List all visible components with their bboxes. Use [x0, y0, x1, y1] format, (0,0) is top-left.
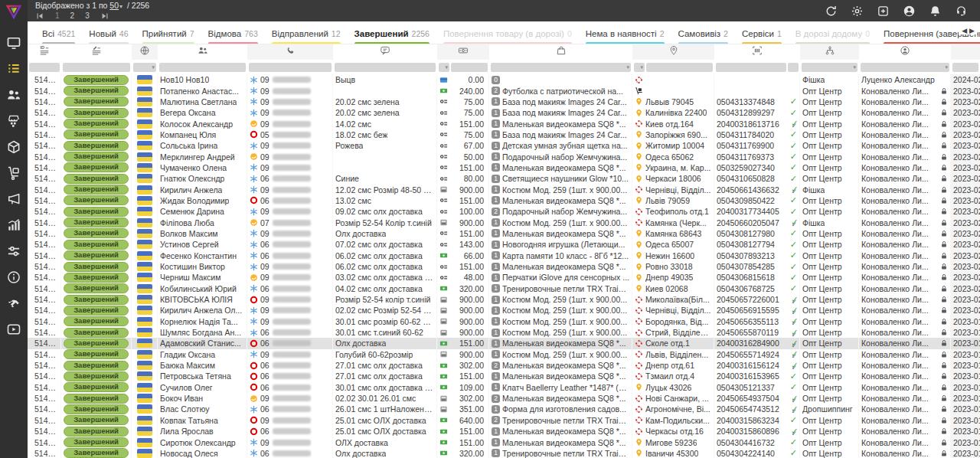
column-header-country[interactable]: [132, 44, 158, 60]
filter-input[interactable]: [451, 63, 488, 72]
refresh-icon[interactable]: [825, 5, 838, 18]
column-header-source[interactable]: [800, 44, 859, 60]
filter-dropdown[interactable]: [439, 63, 449, 72]
order-row-514570[interactable]: 514570ЗавершенийКорнелюк Надія Та...0930…: [28, 316, 980, 327]
settings-gear-icon[interactable]: [851, 5, 864, 18]
order-row-514590[interactable]: 514590ЗавершенийГнатюк Олексндр06Синие80…: [28, 173, 980, 184]
filter-input[interactable]: [952, 63, 978, 72]
filter-dropdown[interactable]: [634, 63, 645, 72]
sidebar-item-purchases-cart-icon[interactable]: [6, 165, 21, 181]
order-row-514579[interactable]: 514579ЗавершенийКостишин Виктор0906.02 с…: [28, 261, 980, 272]
tab-Всі[interactable]: Всі4521: [35, 21, 82, 44]
order-row-514559[interactable]: 514559ЗавершенийВлас Слотюу0626.01 смс 1…: [28, 404, 980, 414]
column-header-delivery[interactable]: [632, 44, 714, 60]
tab-Прийнятий[interactable]: Прийнятий7: [136, 21, 201, 44]
profile-avatar-icon[interactable]: [903, 5, 916, 18]
tab-В дорозі додому[interactable]: В дорозі додому0: [789, 21, 877, 44]
tab-Новый[interactable]: Новый46: [82, 21, 135, 44]
order-row-514582[interactable]: 514582ЗавершенийВолков Максим09Олх доста…: [28, 228, 980, 239]
tab-Відмова[interactable]: Відмова763: [201, 21, 265, 44]
tab-Сервіси[interactable]: Сервіси1: [735, 21, 789, 44]
filter-input[interactable]: [159, 63, 246, 72]
order-row-514587[interactable]: 514587ЗавершенийСеменюк Дарина0909.02 см…: [28, 206, 980, 217]
order-row-514557[interactable]: 514557ЗавершенийЛила Ярослав0625.01 смс …: [28, 426, 980, 437]
sidebar-item-marketing-megaphone-icon[interactable]: [6, 191, 21, 207]
order-row-514574[interactable]: 514574ЗавершенийКирилич Анжела Ол...0902…: [28, 305, 980, 316]
filter-dropdown[interactable]: [133, 63, 156, 72]
filter-dropdown[interactable]: [491, 63, 631, 72]
sidebar-item-orders-list-icon[interactable]: [6, 61, 21, 77]
order-row-514555[interactable]: 514555ЗавершенийНовосад Олеся06Олх доста…: [28, 448, 980, 458]
filter-input[interactable]: [29, 63, 60, 72]
order-row-514565[interactable]: 514565ЗавершенийБаюка Максим0627.01 смс …: [28, 360, 980, 371]
page-size-dropdown[interactable]: 50: [109, 1, 119, 10]
order-row-514560[interactable]: 514560ЗавершенийБокоч Иван0902.02 30.01 …: [28, 393, 980, 404]
sidebar-item-marketplace-icon[interactable]: [6, 113, 21, 129]
filter-input[interactable]: [646, 63, 713, 72]
column-header-date[interactable]: [951, 44, 980, 60]
order-row-514577[interactable]: 514577ЗавершенийЧерниш Максим0903.02 смс…: [28, 272, 980, 283]
sidebar-item-partners-handshake-icon[interactable]: [6, 296, 21, 311]
order-row-514581[interactable]: 514581ЗавершенийУстинов Сергей0607.02 см…: [28, 239, 980, 250]
sidebar-item-video-tutorials-icon[interactable]: [6, 322, 21, 337]
tab-Нема в наявності[interactable]: Нема в наявності2: [579, 21, 671, 44]
support-headset-icon[interactable]: [955, 5, 968, 18]
filter-input[interactable]: [716, 63, 786, 72]
filter-input[interactable]: [63, 63, 130, 72]
filter-input-2[interactable]: [788, 63, 799, 72]
notifications-bell-icon[interactable]: [929, 5, 942, 18]
order-row-514591[interactable]: 514591ЗавершенийЧумаченко Олена09151.001…: [28, 162, 980, 173]
order-row-514599[interactable]: 514599ЗавершенийПотапенко Анастас...0924…: [28, 85, 980, 96]
order-row-514589[interactable]: 514589ЗавершенийКирилич Анжела0912.02 см…: [28, 184, 980, 195]
order-row-514592[interactable]: 514592ЗавершенийМерклингер Андрей0950.00…: [28, 151, 980, 162]
sidebar-item-statistics-icon[interactable]: [6, 218, 21, 233]
tab-Завершений[interactable]: Завершений2256: [348, 21, 436, 44]
column-header-status[interactable]: [61, 44, 132, 60]
order-row-514561[interactable]: 514561ЗавершенийСучилов Олег0630.01 смс …: [28, 382, 980, 393]
page-number-2[interactable]: 2: [70, 12, 75, 20]
sidebar-item-monitor-icon[interactable]: [6, 35, 21, 51]
tabs-scroll-arrows[interactable]: ◀▶: [959, 27, 977, 34]
filter-dropdown[interactable]: [802, 63, 858, 72]
page-number-1[interactable]: 1: [55, 12, 60, 20]
sidebar-item-products-icon[interactable]: [6, 139, 21, 155]
filter-dropdown[interactable]: [861, 63, 949, 72]
order-row-514563[interactable]: 514563ЗавершенийПетровська Тетяна0627.01…: [28, 371, 980, 381]
order-row-514566[interactable]: 514566ЗавершенийГладик Оксана09Голубий 6…: [28, 349, 980, 360]
order-row-514588[interactable]: 514588ЗавершенийЖидак Володимир0613.02 с…: [28, 195, 980, 206]
filter-input[interactable]: [335, 63, 436, 72]
order-row-514593[interactable]: 514593ЗавершенийСольська Ірина09Рожева67…: [28, 140, 980, 151]
sidebar-item-settings-sliders-icon[interactable]: [6, 244, 21, 259]
last-page-icon[interactable]: [100, 12, 109, 20]
column-header-product[interactable]: [489, 44, 632, 60]
column-header-payment[interactable]: [437, 44, 489, 60]
order-row-514567[interactable]: 514567ЗавершенийАдамовский Станис...06Ол…: [28, 338, 980, 348]
column-header-manager[interactable]: [859, 44, 951, 60]
tab-Самовивіз[interactable]: Самовивіз2: [671, 21, 735, 44]
tab-Відправлений[interactable]: Відправлений12: [265, 21, 348, 44]
order-row-514596[interactable]: 514596ЗавершенийВегера Оксана0920.02 смс…: [28, 107, 980, 118]
order-row-514594[interactable]: 514594ЗавершенийКомпанец Юля0518.02 смс …: [28, 129, 980, 140]
filter-input[interactable]: [249, 63, 332, 72]
column-header-client[interactable]: [158, 44, 247, 60]
order-row-514575[interactable]: 514575ЗавершенийКВІТОВСЬКА ЮЛІЯ09Розмір …: [28, 294, 980, 305]
add-order-icon[interactable]: [877, 5, 890, 18]
order-row-514576[interactable]: 514576ЗавершенийКобилинський Юрий0604.02…: [28, 283, 980, 294]
order-row-514556[interactable]: 514556ЗавершенийСиротюк Олександр09ОЛХ д…: [28, 437, 980, 447]
order-row-514598[interactable]: 514598ЗавершенийМалютина Светлана0920.02…: [28, 97, 980, 107]
column-header-phone[interactable]: [247, 44, 333, 60]
sidebar-item-customers-icon[interactable]: [6, 87, 21, 103]
order-row-514586[interactable]: 514586ЗавершенийФіліпова Люба07Розмір 52…: [28, 217, 980, 227]
order-row-514716[interactable]: 514716ЗавершенийНов10 Нов1009Выцв0.000Фі…: [28, 74, 980, 85]
app-logo-icon[interactable]: [4, 2, 24, 22]
column-header-comment[interactable]: [333, 44, 437, 60]
column-header-id[interactable]: ID: [28, 44, 61, 60]
order-row-514595[interactable]: 514595ЗавершенийКолосок Александр0914.02…: [28, 118, 980, 129]
page-number-3[interactable]: 3: [85, 12, 90, 20]
order-row-514580[interactable]: 514580ЗавершенийФесенко Константин0606.0…: [28, 250, 980, 261]
tab-Повернення товару (в дорозі)[interactable]: Повернення товару (в дорозі)0: [436, 21, 579, 44]
first-page-icon[interactable]: [35, 12, 44, 20]
order-row-514558[interactable]: 514558ЗавершенийКовпак Татьяна0925.01 см…: [28, 415, 980, 426]
column-header-ttn[interactable]: [714, 44, 800, 60]
sidebar-item-info-icon[interactable]: [6, 270, 21, 285]
